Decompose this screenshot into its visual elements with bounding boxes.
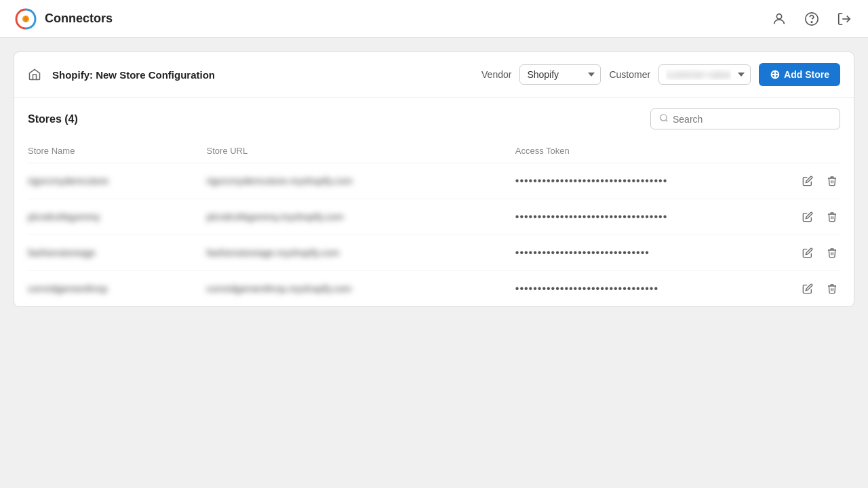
col-header-store-name: Store Name [28, 140, 207, 163]
logout-icon [837, 12, 852, 26]
nav-left: Connectors [14, 7, 113, 31]
customer-dropdown[interactable]: customer-value [658, 64, 751, 85]
table-row: rigorcmydemcstore rigorcmydemcstore.mysh… [28, 163, 840, 199]
actions-cell [775, 271, 840, 307]
access-token-cell: •••••••••••••••••••••••••••••• [515, 235, 775, 271]
table-body: rigorcmydemcstore rigorcmydemcstore.mysh… [28, 163, 840, 307]
delete-icon [827, 283, 837, 294]
svg-line-7 [666, 120, 668, 122]
edit-button[interactable] [800, 245, 816, 261]
vendor-label: Vendor [481, 69, 511, 80]
edit-button[interactable] [800, 209, 816, 225]
col-header-actions [775, 140, 840, 163]
actions-cell [775, 163, 840, 199]
table-head: Store Name Store URL Access Token [28, 140, 840, 163]
store-name-value: cornridgementhrop [28, 283, 108, 294]
plus-icon: ⊕ [770, 68, 780, 81]
col-header-access-token: Access Token [515, 140, 775, 163]
add-store-button[interactable]: ⊕ Add Store [759, 63, 840, 86]
store-name-cell: cornridgementhrop [28, 271, 207, 307]
top-nav: Connectors [0, 0, 868, 38]
search-icon [659, 113, 669, 125]
breadcrumb-title: Shopify: New Store Configuration [52, 69, 215, 81]
user-icon-button[interactable] [769, 9, 789, 29]
user-icon [772, 12, 787, 26]
app-title: Connectors [45, 12, 113, 26]
store-name-cell: fashionstoreage [28, 235, 207, 271]
table-header-row: Store Name Store URL Access Token [28, 140, 840, 163]
store-name-cell: plcndruhkgommy [28, 199, 207, 235]
access-token-value: •••••••••••••••••••••••••••••••••• [515, 211, 667, 222]
search-box [650, 108, 840, 129]
store-url-cell: cornridgementhrop.myshopify.com [207, 271, 515, 307]
delete-button[interactable] [824, 245, 840, 261]
access-token-cell: •••••••••••••••••••••••••••••••••• [515, 199, 775, 235]
help-icon [804, 12, 819, 26]
access-token-value: •••••••••••••••••••••••••••••••••• [515, 175, 667, 186]
edit-icon [802, 283, 813, 294]
nav-right [769, 9, 854, 29]
store-url-cell: fashionstoreage.myshopify.com [207, 235, 515, 271]
home-icon-wrap [28, 68, 41, 81]
stores-header: Stores (4) [28, 108, 840, 129]
action-buttons [775, 281, 840, 297]
header-controls: Vendor Shopify Customer customer-value ⊕… [481, 63, 840, 86]
store-url-value: fashionstoreage.myshopify.com [207, 247, 340, 258]
edit-button[interactable] [800, 281, 816, 297]
edit-button[interactable] [800, 173, 816, 189]
delete-button[interactable] [824, 209, 840, 225]
main-card: Shopify: New Store Configuration Vendor … [14, 52, 854, 307]
app-logo [14, 7, 38, 31]
access-token-cell: •••••••••••••••••••••••••••••••• [515, 271, 775, 307]
help-icon-button[interactable] [802, 9, 822, 29]
stores-section: Stores (4) Store Name Store [14, 98, 854, 306]
logout-icon-button[interactable] [834, 9, 854, 29]
actions-cell [775, 199, 840, 235]
edit-icon [802, 176, 813, 186]
action-buttons [775, 245, 840, 261]
table-row: plcndruhkgommy plcndruhkgommy.myshopify.… [28, 199, 840, 235]
table-row: fashionstoreage fashionstoreage.myshopif… [28, 235, 840, 271]
store-url-value: cornridgementhrop.myshopify.com [207, 283, 352, 294]
store-name-cell: rigorcmydemcstore [28, 163, 207, 199]
store-url-value: plcndruhkgommy.myshopify.com [207, 211, 344, 222]
access-token-cell: •••••••••••••••••••••••••••••••••• [515, 163, 775, 199]
main-content: Shopify: New Store Configuration Vendor … [0, 38, 868, 488]
svg-point-2 [776, 14, 781, 18]
col-header-store-url: Store URL [207, 140, 515, 163]
delete-button[interactable] [824, 281, 840, 297]
store-url-cell: rigorcmydemcstore.myshopify.com [207, 163, 515, 199]
add-store-label: Add Store [784, 69, 829, 80]
stores-title: Stores (4) [28, 113, 78, 125]
store-url-value: rigorcmydemcstore.myshopify.com [207, 176, 353, 186]
vendor-dropdown[interactable]: Shopify [519, 64, 601, 85]
access-token-value: •••••••••••••••••••••••••••••••• [515, 283, 658, 294]
delete-icon [827, 247, 837, 258]
store-url-cell: plcndruhkgommy.myshopify.com [207, 199, 515, 235]
customer-label: Customer [609, 69, 650, 80]
store-name-value: fashionstoreage [28, 247, 96, 258]
table-row: cornridgementhrop cornridgementhrop.mysh… [28, 271, 840, 307]
svg-point-4 [811, 21, 812, 22]
svg-point-6 [660, 115, 667, 121]
action-buttons [775, 173, 840, 189]
action-buttons [775, 209, 840, 225]
store-name-value: rigorcmydemcstore [28, 176, 108, 186]
search-input[interactable] [673, 114, 831, 125]
actions-cell [775, 235, 840, 271]
delete-button[interactable] [824, 173, 840, 189]
edit-icon [802, 247, 813, 258]
home-icon [28, 68, 41, 81]
store-name-value: plcndruhkgommy [28, 211, 100, 222]
delete-icon [827, 211, 837, 222]
access-token-value: •••••••••••••••••••••••••••••• [515, 247, 650, 258]
card-header: Shopify: New Store Configuration Vendor … [14, 52, 854, 98]
stores-table: Store Name Store URL Access Token rigorc… [28, 140, 840, 306]
delete-icon [827, 176, 837, 186]
edit-icon [802, 211, 813, 222]
